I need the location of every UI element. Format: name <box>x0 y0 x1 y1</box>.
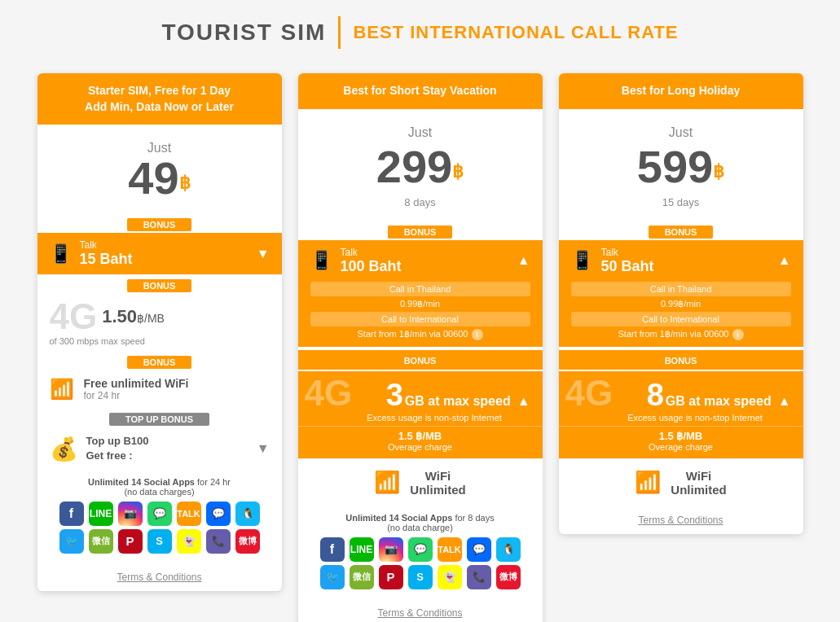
card1-price-section: Just 49฿ <box>37 125 282 213</box>
card3-bonus2-bar: BONUS <box>559 350 803 370</box>
card1-data-section: 4G 1.50฿/MB <box>37 294 282 336</box>
card2-talk-section: 📱 Talk 100 Baht ▲ <box>298 240 543 282</box>
card2-wifi-section: 📶 WiFi Unlimited <box>298 458 543 506</box>
page-header: TOURIST SIM BEST INTERNATIONAL CALL RATE <box>16 16 824 49</box>
card3-talk-chevron[interactable]: ▲ <box>778 253 791 268</box>
card1-data-sub: of 300 mbps max speed <box>37 336 282 351</box>
card1-topup-left: 💰 Top up B100 Get free : <box>50 434 149 463</box>
whatsapp-icon: 💬 <box>147 502 172 526</box>
card2-social-row1: f LINE 📷 💬 TALK 💬 🐧 <box>310 537 530 562</box>
card1-talk-chevron[interactable]: ▼ <box>257 247 270 261</box>
card3-wifi-section: 📶 WiFi Unlimited <box>559 458 803 506</box>
card2-call-details: Call in Thailand 0.99฿/min Call to Inter… <box>298 282 543 347</box>
card2-viber-icon: 📞 <box>467 565 491 589</box>
card3-call-in-rate: 0.99฿/min <box>571 299 791 309</box>
card3-data-chevron[interactable]: ▲ <box>778 394 791 409</box>
card3-data-section: 4G 8 GB at max speed ▲ Excess usage is n… <box>559 371 803 458</box>
messenger-icon: 💬 <box>206 502 231 526</box>
card2-call-in-label: Call in Thailand <box>310 282 530 296</box>
facebook-icon: f <box>59 502 84 526</box>
card1-talk-left: 📱 Talk 15 Baht <box>50 239 133 268</box>
card3-terms[interactable]: Terms & Conditions <box>559 506 803 534</box>
card-long-holiday: Best for Long Holiday Just 599฿ 15 days … <box>559 73 803 534</box>
twitter-icon: 🐦 <box>59 529 84 554</box>
card1-terms[interactable]: Terms & Conditions <box>37 563 282 591</box>
instagram-icon: 📷 <box>118 502 143 526</box>
card2-bonus1-bar: BONUS <box>298 224 543 239</box>
line-icon: LINE <box>89 502 113 526</box>
card1-bonus1-bar: BONUS <box>37 217 282 231</box>
qq-icon: 🐧 <box>235 502 260 526</box>
card3-bonus1-bar: BONUS <box>559 224 803 239</box>
card2-wifi-icon: 📶 <box>374 470 400 495</box>
card2-tw-icon: 🐦 <box>320 565 345 589</box>
card2-data-chevron[interactable]: ▲ <box>517 394 530 409</box>
card1-topup-chevron[interactable]: ▼ <box>257 441 270 456</box>
card2-price: 299฿ <box>306 140 534 193</box>
card3-call-details: Call in Thailand 0.99฿/min Call to Inter… <box>559 282 803 347</box>
card3-talk-section: 📱 Talk 50 Baht ▲ <box>559 240 803 282</box>
card1-talk-section: 📱 Talk 15 Baht ▼ <box>37 233 282 274</box>
card2-data-section: 4G 3 GB at max speed ▲ Excess usage is n… <box>298 371 543 458</box>
card3-price: 599฿ <box>567 140 795 193</box>
page-title: TOURIST SIM <box>161 20 326 46</box>
card2-ig-icon: 📷 <box>379 537 403 562</box>
card1-wifi-section: 📶 Free unlimited WiFi for 24 hr <box>37 370 282 408</box>
header-divider <box>338 16 341 49</box>
card1-social-row1: f LINE 📷 💬 TALK 💬 🐧 <box>50 502 270 526</box>
card2-social-row2: 🐦 微信 P S 👻 📞 微博 <box>310 565 530 589</box>
card3-wifi-icon: 📶 <box>635 470 661 495</box>
card2-terms[interactable]: Terms & Conditions <box>298 599 543 622</box>
card2-line-icon: LINE <box>350 537 374 562</box>
card1-bonus2-bar: BONUS <box>37 278 282 292</box>
card2-qq-icon: 🐧 <box>496 537 521 562</box>
card2-pinterest-icon: P <box>379 565 403 589</box>
card1-wifi-bonus-bar: BONUS <box>37 354 282 369</box>
card1-topup-section: 💰 Top up B100 Get free : ▼ <box>37 427 282 470</box>
card2-talk-chevron[interactable]: ▲ <box>517 253 530 268</box>
card2-social-section: Unlimited 14 Social Apps for 8 days (no … <box>298 506 543 599</box>
snapchat-icon: 👻 <box>177 529 201 554</box>
card3-header: Best for Long Holiday <box>559 73 803 109</box>
card2-wechat-icon: 微信 <box>350 565 374 589</box>
card2-talk-icon: TALK <box>438 537 462 562</box>
card-short-stay: Best for Short Stay Vacation Just 299฿ 8… <box>298 73 543 622</box>
pinterest-icon: P <box>118 529 143 554</box>
card-starter: Starter SIM, Free for 1 Day Add Min, Dat… <box>37 73 282 591</box>
header-subtitle: BEST INTERNATIONAL CALL RATE <box>353 22 678 43</box>
wechat-icon: 微信 <box>89 529 113 554</box>
weibo-icon: 微博 <box>235 529 260 554</box>
card1-social-row2: 🐦 微信 P S 👻 📞 微博 <box>50 529 270 554</box>
card1-social-text: Unlimited 14 Social Apps for 24 hr (no d… <box>50 477 270 497</box>
card1-social-section: Unlimited 14 Social Apps for 24 hr (no d… <box>37 471 282 563</box>
card2-call-intl-rate: Start from 1฿/min via 00600 i <box>310 329 530 340</box>
card2-weibo-icon: 微博 <box>496 565 521 589</box>
card2-messenger-icon: 💬 <box>467 537 491 562</box>
card1-topup-label-bar: TOP UP BONUS <box>37 411 282 426</box>
card3-info-icon: i <box>732 329 744 340</box>
card2-header: Best for Short Stay Vacation <box>298 73 543 109</box>
card1-4g-label: 4G <box>50 299 98 335</box>
card2-call-intl-label: Call to International <box>310 312 530 326</box>
card1-price: 49฿ <box>46 156 274 201</box>
card2-snapchat-icon: 👻 <box>438 565 462 589</box>
card2-phone-icon: 📱 <box>310 250 332 271</box>
card2-bonus2-bar: BONUS <box>298 350 543 370</box>
card1-header: Starter SIM, Free for 1 Day Add Min, Dat… <box>37 73 282 125</box>
dollar-icon: 💰 <box>50 436 78 462</box>
cards-container: Starter SIM, Free for 1 Day Add Min, Dat… <box>16 73 824 622</box>
phone-icon: 📱 <box>50 243 72 265</box>
card2-call-in-rate: 0.99฿/min <box>310 299 530 309</box>
skype-icon: S <box>147 529 172 554</box>
card3-call-in-label: Call in Thailand <box>571 282 791 296</box>
card3-call-intl-label: Call to International <box>571 312 791 326</box>
viber-icon: 📞 <box>206 529 231 554</box>
card3-price-section: Just 599฿ 15 days <box>559 109 803 221</box>
card3-call-intl-rate: Start from 1฿/min via 00600 i <box>571 329 791 340</box>
card2-price-section: Just 299฿ 8 days <box>298 109 543 221</box>
talk-icon: TALK <box>177 502 201 526</box>
card3-phone-icon: 📱 <box>571 250 593 271</box>
card2-skype-icon: S <box>408 565 433 589</box>
card2-wa-icon: 💬 <box>408 537 433 562</box>
wifi-icon: 📶 <box>50 378 74 401</box>
